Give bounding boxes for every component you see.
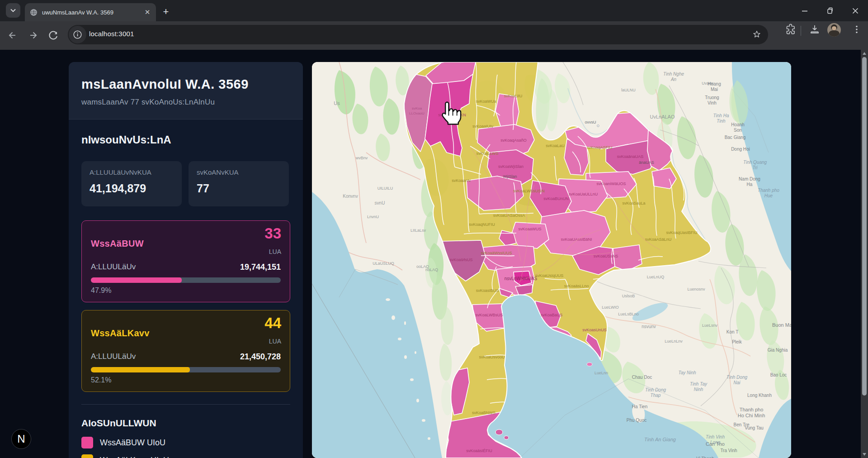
svg-text:Phu Quoc: Phu Quoc bbox=[627, 418, 646, 423]
svg-text:ooLAQ: ooLAQ bbox=[416, 264, 429, 269]
svg-text:Tra Vinh: Tra Vinh bbox=[720, 448, 737, 453]
svg-text:Ha Tien: Ha Tien bbox=[632, 404, 647, 409]
svg-text:Tinh Dong: Tinh Dong bbox=[645, 387, 666, 392]
svg-text:LLOvaoU: LLOvaoU bbox=[409, 111, 425, 115]
svg-text:Thanh pho: Thanh pho bbox=[758, 188, 779, 193]
svg-text:svKoaLWBsUSiN: svKoaLWBsUSiN bbox=[513, 189, 544, 193]
svg-text:Hue: Hue bbox=[764, 193, 773, 198]
svg-text:UslsoB: UslsoB bbox=[622, 294, 635, 298]
svg-text:Tinh: Tinh bbox=[717, 119, 726, 124]
svg-text:Tinh An Giang: Tinh An Giang bbox=[644, 437, 676, 442]
svg-text:Hoang: Hoang bbox=[708, 81, 721, 86]
svg-text:svKoaSauLa: svKoaSauLa bbox=[622, 201, 645, 205]
svg-text:svKoasIBUS: svKoasIBUS bbox=[476, 288, 499, 293]
svg-text:svKoaqNUFIU: svKoaqNUFIU bbox=[469, 222, 495, 227]
svg-text:Gia Nghia: Gia Nghia bbox=[768, 348, 788, 353]
svg-text:svKoaUsIqUUS: svKoaUsIqUUS bbox=[535, 273, 564, 278]
svg-text:Vi Thanh: Vi Thanh bbox=[696, 456, 714, 458]
svg-text:Tinh Ha: Tinh Ha bbox=[713, 113, 729, 118]
svg-text:LnvnU: LnvnU bbox=[367, 215, 379, 219]
svg-text:LueLnn: LueLnn bbox=[594, 371, 608, 375]
svg-text:Bao Loc: Bao Loc bbox=[770, 372, 787, 377]
svg-text:svKoaWUa: svKoaWUa bbox=[476, 99, 496, 104]
svg-text:Long Khanh: Long Khanh bbox=[747, 393, 772, 398]
svg-text:svKoaASäLnU: svKoaASäLnU bbox=[645, 237, 672, 242]
svg-text:svKoaaWUS: svKoaaWUS bbox=[518, 227, 541, 231]
svg-text:svKoaqASFIU: svKoaqASFIU bbox=[587, 145, 613, 150]
svg-text:Chau Doc: Chau Doc bbox=[632, 375, 652, 380]
svg-text:wvBnv: wvBnv bbox=[355, 156, 368, 160]
svg-text:Bac Giang: Bac Giang bbox=[725, 135, 746, 140]
svg-text:Ha: Ha bbox=[747, 182, 753, 187]
svg-text:svKoaWjISlan: svKoaWjISlan bbox=[498, 164, 524, 169]
svg-text:Son: Son bbox=[734, 128, 742, 133]
svg-text:svKoaUAssIBäNI: svKoaUAssIBäNI bbox=[561, 237, 592, 242]
svg-text:ULaUSLUQ: ULaUSLUQ bbox=[373, 261, 394, 266]
svg-text:nsvunv: nsvunv bbox=[642, 324, 656, 329]
svg-text:svKoaUsvooU: svKoaUsvooU bbox=[479, 355, 505, 359]
svg-text:Truong: Truong bbox=[705, 95, 719, 100]
svg-text:svKoaaIUIv: svKoaaIUIv bbox=[472, 124, 494, 129]
svg-text:Tri: Tri bbox=[753, 165, 758, 170]
svg-text:WjISlan: WjISlan bbox=[503, 174, 517, 179]
svg-text:svKoaäsLLno: svKoaäsLLno bbox=[564, 284, 589, 288]
svg-text:svKoaänaUAS: svKoaänaUAS bbox=[617, 154, 644, 159]
svg-text:svKoasUnUS: svKoasUnUS bbox=[582, 328, 607, 332]
svg-text:svKoaanN: svKoaanN bbox=[452, 178, 471, 183]
svg-text:Thap: Thap bbox=[651, 393, 661, 398]
svg-text:Nam Dong: Nam Dong bbox=[739, 177, 760, 181]
svg-text:Vinh: Vinh bbox=[708, 100, 717, 105]
svg-text:Vung Tau: Vung Tau bbox=[745, 425, 764, 430]
svg-text:svKoaIИsUS: svKoaIИsUS bbox=[450, 258, 473, 262]
svg-text:Hoanh: Hoanh bbox=[731, 122, 744, 127]
svg-text:svKoaäWssIUUS: svKoaäWssIUUS bbox=[481, 251, 512, 255]
svg-text:UvLnALAO: UvLnALAO bbox=[650, 114, 675, 119]
svg-text:LueLWIО: LueLWIО bbox=[602, 305, 618, 310]
svg-text:svKoaäsIÉFIU: svKoaäsIÉFIU bbox=[466, 448, 492, 453]
svg-text:Luenosnv: Luenosnv bbox=[687, 287, 705, 291]
svg-text:Tinh Nghe: Tinh Nghe bbox=[663, 72, 684, 76]
svg-text:Us: Us bbox=[334, 100, 340, 106]
svg-text:LueLsnv: LueLsnv bbox=[702, 323, 718, 328]
svg-text:svKoaqAsañO: svKoaqAsañO bbox=[500, 138, 527, 143]
svg-text:ovvsU: ovvsU bbox=[585, 120, 596, 124]
svg-text:svKoa: svKoa bbox=[412, 106, 422, 110]
svg-text:Buon Ma: Buon Ma bbox=[772, 322, 791, 328]
svg-text:Konvnv: Konvnv bbox=[343, 194, 358, 199]
svg-text:svKoaUaULLnU: svKoaUaULLnU bbox=[569, 192, 598, 196]
svg-text:svKoaLWBsUS: svKoaLWBsUS bbox=[476, 313, 503, 317]
svg-text:Long: Long bbox=[710, 440, 721, 445]
svg-text:Pleik: Pleik bbox=[732, 339, 742, 344]
svg-text:svKoaLaU: svKoaLaU bbox=[546, 143, 565, 148]
svg-text:LueLnUQ: LueLnUQ bbox=[647, 275, 665, 279]
svg-text:Ho Chi Minh: Ho Chi Minh bbox=[738, 413, 765, 418]
svg-text:Tinh Dong: Tinh Dong bbox=[726, 375, 747, 380]
svg-text:svKoaUASaOssA: svKoaUASaOssA bbox=[493, 213, 525, 218]
svg-text:svKoaBNWS: svKoaBNWS bbox=[472, 410, 495, 415]
svg-text:Dong Hoi: Dong Hoi bbox=[731, 147, 750, 152]
svg-text:svKoaBaUS: svKoaBaUS bbox=[541, 313, 563, 317]
svg-text:Thanh pho: Thanh pho bbox=[740, 407, 764, 412]
svg-text:Mai: Mai bbox=[711, 87, 718, 92]
svg-text:svKoaLLWS: svKoaLLWS bbox=[476, 151, 499, 156]
svg-text:An: An bbox=[670, 77, 677, 82]
svg-text:laULNU: laULNU bbox=[621, 88, 636, 92]
svg-text:svKoaUIU: svKoaUIU bbox=[504, 94, 523, 98]
svg-text:Tay Ninh: Tay Ninh bbox=[678, 370, 696, 375]
svg-text:Tinh Tay: Tinh Tay bbox=[690, 382, 708, 386]
svg-text:svnU: svnU bbox=[375, 200, 385, 205]
svg-text:Tinh Vinh: Tinh Vinh bbox=[706, 434, 725, 439]
svg-text:Nai: Nai bbox=[733, 380, 741, 385]
svg-text:svKoaniWäUOS: svKoaniWäUOS bbox=[596, 181, 626, 186]
svg-text:änaUAS: änaUAS bbox=[639, 160, 654, 165]
svg-text:LueLnLnv: LueLnLnv bbox=[665, 339, 683, 344]
svg-text:Ninh: Ninh bbox=[694, 387, 703, 392]
svg-text:svKoaUSsNS: svKoaUSsNS bbox=[594, 254, 618, 258]
svg-text:LIILaLsv: LIILaLsv bbox=[410, 228, 426, 233]
svg-text:Tinh Quang: Tinh Quang bbox=[743, 160, 767, 165]
svg-text:svKoaqUasIBFIU: svKoaqUasIBFIU bbox=[666, 230, 697, 235]
svg-text:UILUILU: UILUILU bbox=[377, 186, 393, 191]
svg-text:svKoaBUnUN: svKoaBUnUN bbox=[543, 196, 569, 201]
svg-text:Kon T: Kon T bbox=[726, 329, 739, 334]
svg-text:LueLsBLno: LueLsBLno bbox=[618, 312, 639, 316]
